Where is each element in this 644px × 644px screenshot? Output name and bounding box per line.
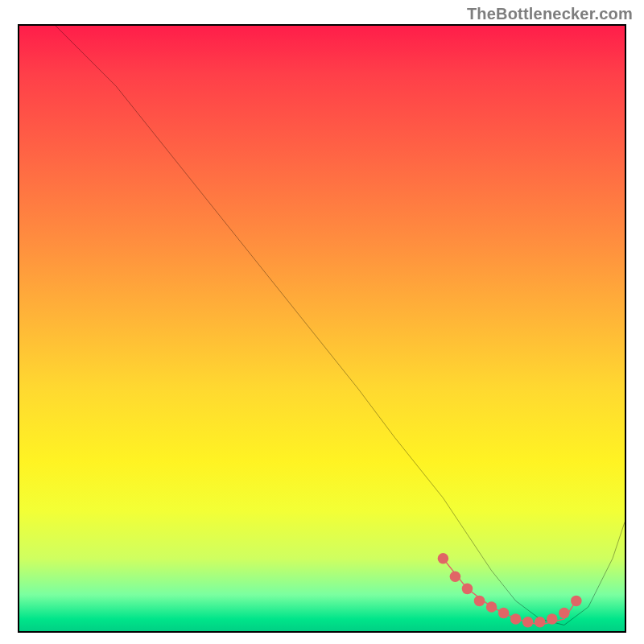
chart-overlay [19,26,625,631]
highlight-dot [474,596,485,607]
plot-area [18,24,626,633]
highlight-dot [486,601,497,613]
highlight-dot [547,613,558,625]
highlight-dot [535,617,546,628]
highlight-dot [498,608,510,619]
bottleneck-curve-line [56,26,625,625]
highlight-dot [522,617,534,628]
highlight-dot [510,613,522,625]
highlight-dot [450,572,461,583]
highlight-dot [462,584,473,595]
highlight-dot [438,553,449,564]
attribution-text: TheBottlenecker.com [467,5,633,23]
highlight-dot [571,596,582,607]
highlight-dot [559,608,570,619]
chart-stage: TheBottlenecker.com [0,0,644,644]
